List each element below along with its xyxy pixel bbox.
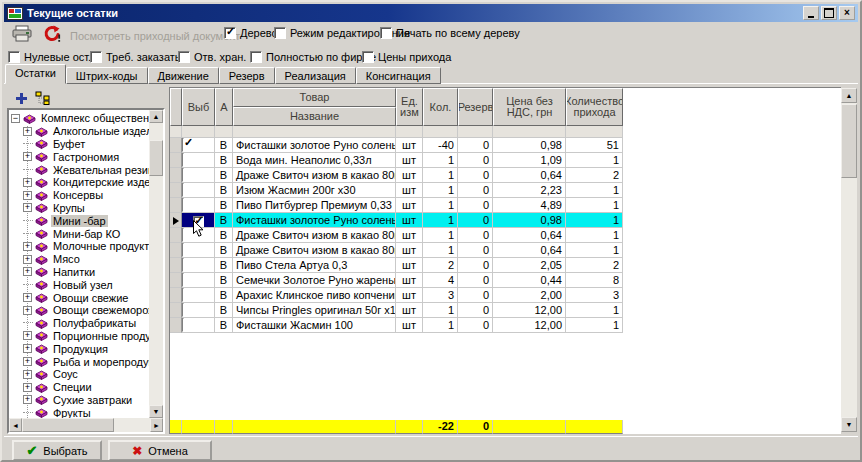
tree-item[interactable]: +Крупы <box>9 202 149 215</box>
header-income-qty[interactable]: Количество прихода <box>566 88 623 126</box>
scroll-thumb[interactable] <box>149 140 163 176</box>
tab-3[interactable]: Движение <box>148 67 219 84</box>
tree-item[interactable]: +Рыба и морепродукт <box>9 355 149 368</box>
expand-box[interactable]: + <box>23 191 32 200</box>
tree-item[interactable]: +Специи <box>9 381 149 394</box>
header-product[interactable]: Товар <box>233 88 396 107</box>
tree-item[interactable]: +Консервы <box>9 189 149 202</box>
table-row[interactable]: ВАрахис Клинское пиво копчений 30гшт302,… <box>170 288 623 303</box>
view-receipt-doc-command[interactable]: Посмотреть приходный документ <box>70 30 240 42</box>
header-select[interactable]: Выб <box>182 88 215 126</box>
option-row1-checkbox-3[interactable] <box>380 27 392 39</box>
expand-box[interactable]: + <box>23 127 32 136</box>
table-row[interactable]: ВДраже Свиточ изюм в какао 80гшт100,641 <box>170 228 623 243</box>
table-row[interactable]: ВФисташки золотое Руно соленые 30гшт100,… <box>170 213 623 228</box>
table-row[interactable]: ВИзюм Жасмин 200г х30шт102,231 <box>170 183 623 198</box>
tab-1[interactable]: Остатки <box>5 64 66 84</box>
tree-item[interactable]: +Кондитерские издел <box>9 176 149 189</box>
expand-box[interactable]: + <box>23 255 32 264</box>
header-unit[interactable]: Ед. изм <box>396 88 423 126</box>
option-row2-checkbox-2[interactable] <box>90 51 102 63</box>
scroll-down-button[interactable]: ▼ <box>841 417 857 432</box>
scroll-left-button[interactable]: ◄ <box>9 418 22 432</box>
tree-vertical-scrollbar[interactable]: ▲ ▼ <box>149 110 163 418</box>
header-price[interactable]: Цена без НДС, грн <box>493 88 566 126</box>
tree-item[interactable]: Полуфабрикаты <box>9 317 149 330</box>
header-qty[interactable]: Кол. <box>423 88 458 126</box>
tab-2[interactable]: Штрих-коды <box>66 67 148 84</box>
expand-box[interactable]: + <box>23 331 32 340</box>
maximize-button[interactable] <box>821 6 837 20</box>
tree-item[interactable]: Новый узел <box>9 278 149 291</box>
tree-item[interactable]: Жевательная резин <box>9 163 149 176</box>
row-checkbox[interactable] <box>182 153 184 167</box>
expand-box[interactable]: + <box>23 395 32 404</box>
option-row2-checkbox-5[interactable] <box>362 51 374 63</box>
option-row1-checkbox-1[interactable] <box>224 27 236 39</box>
table-row[interactable]: ВФисташки Жасмин 100шт1012,001 <box>170 318 623 333</box>
table-vertical-scrollbar[interactable]: ▲ ▼ <box>841 88 857 432</box>
row-checkbox[interactable] <box>193 216 204 227</box>
tree-item[interactable]: +Гастрономия <box>9 150 149 163</box>
row-checkbox[interactable] <box>182 288 184 302</box>
expand-box[interactable]: + <box>23 267 32 276</box>
table-row[interactable]: ВПиво Стела Артуа 0,3шт202,052 <box>170 258 623 273</box>
tree-item[interactable]: +Напитки <box>9 266 149 279</box>
cancel-button[interactable]: ✖ Отмена <box>108 440 212 461</box>
tree-item[interactable]: +Соус <box>9 368 149 381</box>
row-checkbox[interactable] <box>182 303 184 317</box>
expand-box[interactable]: + <box>23 357 32 366</box>
row-checkbox[interactable] <box>182 243 184 257</box>
tree-item[interactable]: +Овощи свежие <box>9 291 149 304</box>
expand-box[interactable]: + <box>23 306 32 315</box>
tree-item[interactable]: +Порционные продукт <box>9 330 149 343</box>
tab-5[interactable]: Реализация <box>275 67 356 84</box>
row-checkbox[interactable] <box>182 273 184 287</box>
refresh-button[interactable] <box>42 24 62 44</box>
header-name[interactable]: Название <box>233 107 396 126</box>
tree-structure-button[interactable] <box>33 89 53 107</box>
option-row2-checkbox-1[interactable] <box>8 51 20 63</box>
row-checkbox[interactable] <box>182 168 184 182</box>
tree-item[interactable]: Фрукты <box>9 406 149 418</box>
option-row2-checkbox-3[interactable] <box>178 51 190 63</box>
tree-item[interactable]: +Молочные продукты <box>9 240 149 253</box>
close-button[interactable]: × <box>839 6 855 20</box>
header-a[interactable]: А <box>215 88 233 126</box>
table-row[interactable]: ВСемечки Золотое Руно жареные 30гшт400,4… <box>170 273 623 288</box>
tree-item[interactable]: Мини-бар КО <box>9 227 149 240</box>
tree-item[interactable]: Мини -бар <box>9 214 149 227</box>
table-row[interactable]: ВПиво Питбургер Премиум 0,33шт104,891 <box>170 198 623 213</box>
expand-box[interactable]: + <box>23 370 32 379</box>
expand-box[interactable]: − <box>11 114 20 123</box>
scroll-down-button[interactable]: ▼ <box>149 405 163 418</box>
expand-box[interactable]: + <box>23 344 32 353</box>
tree-item[interactable]: +Овощи свежеморож <box>9 304 149 317</box>
select-button[interactable]: ✔ Выбрать <box>12 440 102 461</box>
row-checkbox[interactable] <box>182 258 184 272</box>
scroll-up-button[interactable]: ▲ <box>149 110 163 123</box>
tree-item[interactable]: +Мясо <box>9 253 149 266</box>
row-checkbox[interactable] <box>182 198 184 212</box>
option-row1-checkbox-2[interactable] <box>274 27 286 39</box>
expand-box[interactable]: + <box>23 293 32 302</box>
expand-box[interactable]: + <box>23 383 32 392</box>
row-checkbox[interactable] <box>182 318 184 332</box>
table-row[interactable]: ВФисташки золотое Руно соленые 30гшт-400… <box>170 138 623 153</box>
table-row[interactable]: ВДраже Свиточ изюм в какао 80гшт100,641 <box>170 243 623 258</box>
expand-box[interactable]: + <box>23 242 32 251</box>
scroll-thumb[interactable] <box>22 418 114 432</box>
tab-4[interactable]: Резерв <box>219 67 275 84</box>
add-node-button[interactable] <box>11 89 31 107</box>
option-row2-checkbox-4[interactable] <box>250 51 262 63</box>
minimize-button[interactable] <box>803 6 819 20</box>
row-checkbox[interactable] <box>182 183 184 197</box>
tree-item[interactable]: +Продукция <box>9 342 149 355</box>
print-button[interactable] <box>10 23 34 45</box>
table-row[interactable]: ВДраже Свиточ изюм в какао 80гшт100,642 <box>170 168 623 183</box>
tab-6[interactable]: Консигнация <box>356 67 441 84</box>
header-reserve[interactable]: Резерв <box>458 88 493 126</box>
row-checkbox[interactable] <box>182 138 184 152</box>
table-row[interactable]: ВЧипсы Pringles оригинал 50г х12шт1012,0… <box>170 303 623 318</box>
tree-item[interactable]: −Комплекс общественно <box>9 112 149 125</box>
